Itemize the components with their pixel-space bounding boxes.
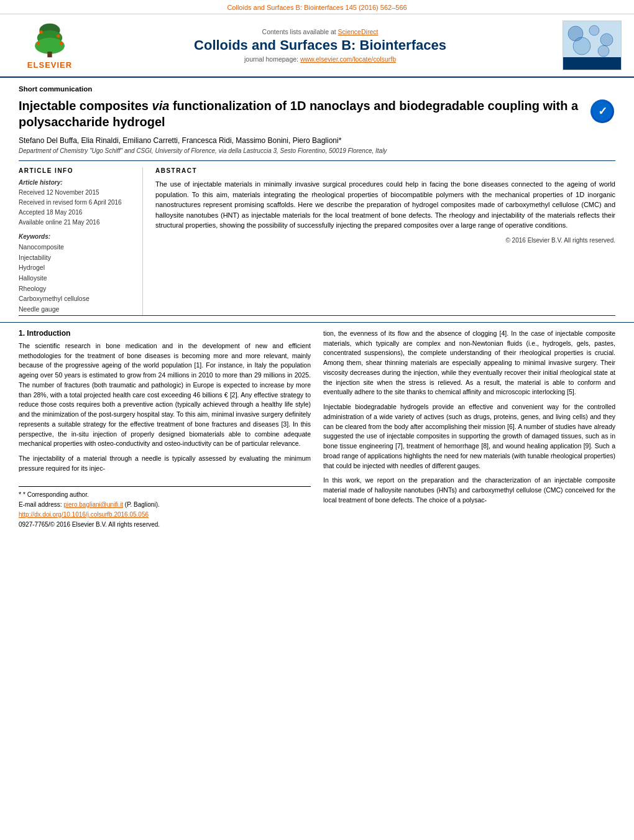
homepage-link[interactable]: www.elsevier.com/locate/colsurfb [300,55,396,63]
title-part1: Injectable composites [19,99,152,113]
article-section: Short communication Injectable composite… [0,78,634,315]
article-history-label: Article history: [19,179,133,186]
journal-header: ELSEVIER Contents lists available at Sci… [0,14,634,78]
body-two-col: 1. Introduction The scientific research … [19,329,615,530]
contents-text: Contents lists available at [262,28,336,35]
right-para3: In this work, we report on the preparati… [323,476,615,505]
body-section: 1. Introduction The scientific research … [0,322,634,537]
footnote-license: 0927-7765/© 2016 Elsevier B.V. All right… [19,520,311,529]
keyword-hydrogel: Hydrogel [19,263,133,272]
journal-title: Colloids and Surfaces B: Biointerfaces [87,37,553,53]
received2: Received in revised form 6 April 2016 [19,198,133,207]
keywords-label: Keywords: [19,233,133,240]
footnote-star: * * Corresponding author. [19,490,311,499]
footnote-area: * * Corresponding author. E-mail address… [19,486,311,529]
keyword-cmc: Carboxymethyl cellulose [19,294,133,303]
svg-point-2 [35,37,65,53]
info-abstract-row: Article Info Article history: Received 1… [19,160,615,315]
keyword-halloysite: Halloysite [19,274,133,283]
email-label: E-mail address: [19,501,62,508]
svg-point-11 [589,25,599,35]
keyword-injectability: Injectability [19,253,133,262]
crossmark-badge: ✓ [590,99,615,124]
article-type: Short communication [19,85,615,93]
journal-center: Contents lists available at ScienceDirec… [87,28,553,63]
svg-text:COLLOIDS AND SURFACES B: COLLOIDS AND SURFACES B [565,64,609,68]
svg-rect-3 [47,52,52,57]
article-info-col: Article Info Article history: Received 1… [19,167,143,315]
email-person: (P. Baglioni). [125,501,160,508]
svg-point-6 [37,42,40,45]
received1: Received 12 November 2015 [19,188,133,197]
crossmark-icon: ✓ [590,99,614,123]
svg-point-13 [573,37,590,55]
star-icon: * [19,491,21,498]
elsevier-label: ELSEVIER [27,60,72,70]
keyword-rheology: Rheology [19,284,133,293]
right-para2: Injectable biodegradable hydrogels provi… [323,402,615,471]
svg-point-5 [57,34,60,38]
abstract-heading: Abstract [155,167,615,174]
title-via: via [152,99,170,113]
body-right-col: tion, the evenness of its flow and the a… [323,329,615,530]
affiliation: Department of Chemistry "Ugo Schiff" and… [19,147,615,154]
svg-text:✓: ✓ [598,105,607,118]
body-left-col: 1. Introduction The scientific research … [19,329,311,530]
elsevier-tree-icon [25,22,75,59]
svg-point-7 [60,42,63,45]
journal-cover-image: COLLOIDS AND SURFACES B [563,21,622,70]
right-para1: tion, the evenness of its flow and the a… [323,329,615,397]
elsevier-logo-area: ELSEVIER [12,22,87,70]
abstract-text: The use of injectable materials in minim… [155,179,615,231]
footnote-doi: http://dx.doi.org/10.1016/j.colsurfb.201… [19,510,311,519]
contents-line: Contents lists available at ScienceDirec… [87,28,553,35]
keyword-needle: Needle gauge [19,305,133,314]
footnote-corresponding: * Corresponding author. [23,491,89,498]
citation-bar: Colloids and Surfaces B: Biointerfaces 1… [0,0,634,14]
svg-rect-9 [563,58,621,70]
article-info-heading: Article Info [19,167,133,174]
svg-point-14 [598,45,609,57]
authors: Stefano Del Buffa, Elia Rinaldi, Emilian… [19,136,615,145]
article-title: Injectable composites via functionalizat… [19,98,581,130]
intro-para1: The scientific research in bone medicati… [19,341,311,449]
footnote-email-line: E-mail address: piero.bagliani@unifi.it … [19,501,311,509]
intro-para2: The injectability of a material through … [19,454,311,474]
copyright: © 2016 Elsevier B.V. All rights reserved… [155,237,615,244]
doi-link[interactable]: http://dx.doi.org/10.1016/j.colsurfb.201… [19,511,149,518]
intro-heading: 1. Introduction [19,329,311,338]
citation-text: Colloids and Surfaces B: Biointerfaces 1… [227,4,407,11]
email-address[interactable]: piero.bagliani@unifi.it [63,501,123,508]
journal-cover-area: COLLOIDS AND SURFACES B [553,21,622,70]
svg-point-4 [39,30,43,34]
sciencedirect-link[interactable]: ScienceDirect [338,28,379,35]
svg-point-12 [600,34,613,46]
keyword-nanocomposite: Nanocomposite [19,242,133,252]
abstract-col: Abstract The use of injectable materials… [155,167,615,315]
available-online: Available online 21 May 2016 [19,218,133,227]
section-divider [19,315,615,316]
journal-homepage: journal homepage: www.elsevier.com/locat… [87,55,553,63]
article-title-row: Injectable composites via functionalizat… [19,98,615,130]
accepted: Accepted 18 May 2016 [19,208,133,217]
